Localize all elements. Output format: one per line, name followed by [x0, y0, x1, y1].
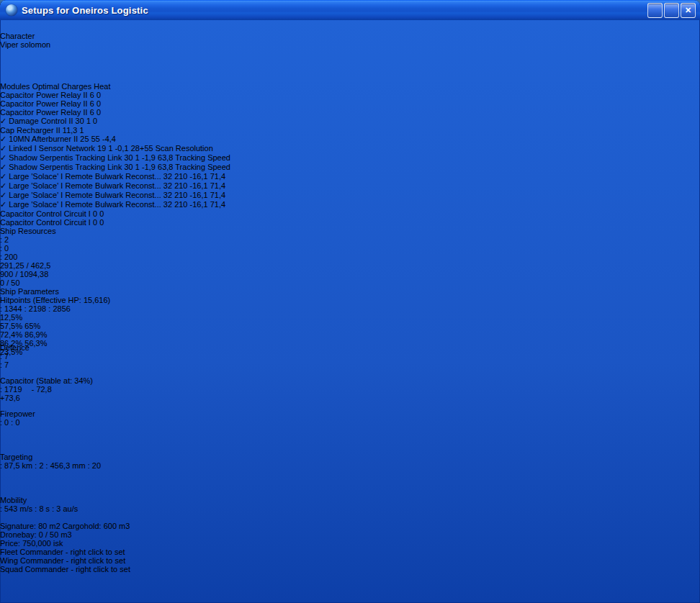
active-check-icon: ✓: [0, 172, 6, 181]
capacitor-label: Capacitor (Stable at: 34%): [0, 376, 93, 385]
wing-commander-line[interactable]: Wing Commander - right click to set: [0, 556, 181, 565]
maximize-button[interactable]: [664, 3, 679, 18]
module-cap-value: -16,1: [190, 191, 208, 199]
module-row[interactable]: ✓ Large 'Solace' I Remote Bulwark Recons…: [0, 200, 700, 209]
column-header-charges[interactable]: Charges: [62, 82, 92, 91]
module-powergrid-value: 1: [135, 153, 140, 162]
capacitor-amount: : 1719: [0, 385, 22, 394]
thermal-shield-resist: 65%: [24, 322, 40, 330]
align-time-value: : 8 s: [35, 504, 50, 513]
module-row[interactable]: Capacitor Control Circuit I 0 0: [0, 218, 700, 227]
targeting-label: Targeting: [0, 453, 32, 461]
module-row[interactable]: ✓ Shadow Serpentis Tracking Link 30 1 -1…: [0, 153, 700, 163]
defence-group: Defence : 7: 7: [0, 343, 53, 376]
module-row[interactable]: Cap Recharger II 11,3 1: [0, 126, 700, 135]
ship-parameters-group: Ship Parameters Hitpoints (Effective HP:…: [0, 287, 181, 603]
module-row[interactable]: Capacitor Power Relay II 6 0: [0, 99, 700, 108]
close-button[interactable]: ✕: [681, 3, 696, 18]
drone-usage-text: 0 / 50: [0, 278, 181, 287]
targeting-group: Targeting : 87,5 km : 2 : 456,3 mm : 20: [0, 453, 109, 496]
module-name: Capacitor Control Circuit I: [0, 218, 91, 227]
module-powergrid-value: 1: [109, 144, 113, 153]
minimize-button[interactable]: [647, 3, 663, 18]
module-row[interactable]: Capacitor Power Relay II 6 0: [0, 108, 700, 117]
module-optimal-value: 63,8: [158, 153, 173, 162]
module-powergrid-value: 0: [97, 99, 101, 108]
module-optimal-value: 28+55: [131, 144, 153, 153]
defence-label: Defence: [0, 343, 30, 352]
module-powergrid-value: 210: [174, 172, 187, 181]
module-cap-value: -4,4: [102, 135, 116, 143]
ship-resources-group: Ship Resources : 2 : 0 : 200 291,25 / 46…: [0, 227, 181, 287]
module-cpu-value: 0: [93, 218, 97, 227]
module-row[interactable]: Capacitor Power Relay II 6 0: [0, 91, 700, 99]
module-charge-value: Tracking Speed: [175, 163, 230, 171]
firepower-label: Firepower: [0, 409, 35, 418]
window-content: Current Setup ? mission Character Viper …: [0, 0, 700, 603]
module-name: Capacitor Power Relay II: [0, 91, 88, 99]
kinetic-shield-resist: 86,9%: [24, 330, 47, 339]
module-row[interactable]: ✓ Shadow Serpentis Tracking Link 30 1 -1…: [0, 163, 700, 172]
module-cpu-value: 6: [90, 91, 94, 99]
ship-resources-label: Ship Resources: [0, 227, 56, 235]
module-cpu-value: 25: [80, 135, 89, 143]
module-name: Linked I Sensor Network: [9, 144, 95, 153]
thermal-armor-resist: 72,4%: [0, 330, 22, 339]
module-cpu-value: 30: [125, 153, 133, 162]
module-powergrid-value: 0: [99, 218, 104, 227]
module-name: Shadow Serpentis Tracking Link: [9, 153, 122, 162]
module-name: Large 'Solace' I Remote Bulwark Reconst.…: [9, 181, 161, 190]
active-check-icon: ✓: [0, 144, 6, 153]
fleet-commander-line[interactable]: Fleet Commander - right click to set: [0, 548, 181, 556]
defence-top-value: : 7: [0, 352, 9, 361]
column-header-heat[interactable]: Heat: [94, 82, 110, 91]
module-row[interactable]: ✓ 10MN Afterburner II 25 55 -4,4: [0, 135, 700, 144]
active-check-icon: ✓: [0, 117, 6, 125]
module-name: Shadow Serpentis Tracking Link: [9, 163, 122, 171]
module-name: Large 'Solace' I Remote Bulwark Reconst.…: [9, 191, 161, 199]
module-cpu-value: 6: [90, 99, 94, 108]
module-cpu-value: 11,3: [63, 126, 78, 135]
signature-value: Signature: 80 m2: [0, 522, 60, 530]
module-row[interactable]: ✓ Large 'Solace' I Remote Bulwark Recons…: [0, 172, 700, 181]
module-name: Damage Control II: [9, 117, 73, 125]
modules-table-header[interactable]: Modules Optimal Charges Heat: [0, 82, 700, 91]
module-cpu-value: 19: [97, 144, 106, 153]
capacitor-drain: - 72,8: [32, 385, 52, 394]
max-velocity-value: : 543 m/s: [0, 504, 32, 513]
module-optimal-value: 71,4: [210, 181, 225, 190]
column-header-modules[interactable]: Modules: [0, 82, 30, 91]
character-status-indicator: [0, 63, 6, 82]
module-cpu-value: 32: [163, 200, 172, 209]
character-label: Character: [0, 32, 35, 40]
module-row[interactable]: Capacitor Control Circuit I 0 0: [0, 209, 700, 218]
firepower-group: Firepower : 0 : 0: [0, 409, 53, 453]
column-header-optimal[interactable]: Optimal: [32, 82, 60, 91]
module-name: Cap Recharger II: [0, 126, 60, 135]
cpu-usage-text: 291,25 / 462,5: [0, 261, 181, 270]
ship-parameters-label: Ship Parameters: [0, 287, 59, 296]
module-charge-value: Scan Resolution: [156, 144, 213, 153]
squad-commander-line[interactable]: Squad Commander - right click to set: [0, 565, 181, 573]
character-group: Character Viper solomon: [0, 32, 205, 63]
app-icon: [6, 4, 17, 16]
module-cpu-value: 30: [125, 163, 133, 171]
module-cpu-value: 6: [90, 108, 94, 117]
module-row[interactable]: ✓ Large 'Solace' I Remote Bulwark Recons…: [0, 181, 700, 191]
active-check-icon: ✓: [0, 153, 6, 162]
modules-rows: Capacitor Power Relay II 6 0 Capacitor P…: [0, 91, 700, 227]
character-combobox-value: Viper solomon: [0, 40, 50, 49]
module-powergrid-value: 0: [99, 209, 104, 218]
active-check-icon: ✓: [0, 200, 6, 209]
targeting-range-value: : 87,5 km: [0, 461, 32, 470]
armor-hp-value: : 2198: [24, 304, 47, 313]
titlebar[interactable]: Setups for Oneiros Logistic ✕: [0, 0, 700, 20]
module-row[interactable]: ✓ Large 'Solace' I Remote Bulwark Recons…: [0, 191, 700, 200]
turret-hardpoints-value: : 2: [0, 235, 9, 244]
module-row[interactable]: ✓ Damage Control II 30 1 0: [0, 117, 700, 126]
modules-table: Modules Optimal Charges Heat Capacitor: [0, 82, 700, 227]
module-cap-value: -1,9: [142, 153, 156, 162]
character-combobox[interactable]: Viper solomon: [0, 40, 192, 49]
mobility-group: Mobility : 543 m/s : 8 s : 3 au/s: [0, 496, 169, 522]
module-row[interactable]: ✓ Linked I Sensor Network 19 1 -0,1 28+5…: [0, 144, 700, 153]
